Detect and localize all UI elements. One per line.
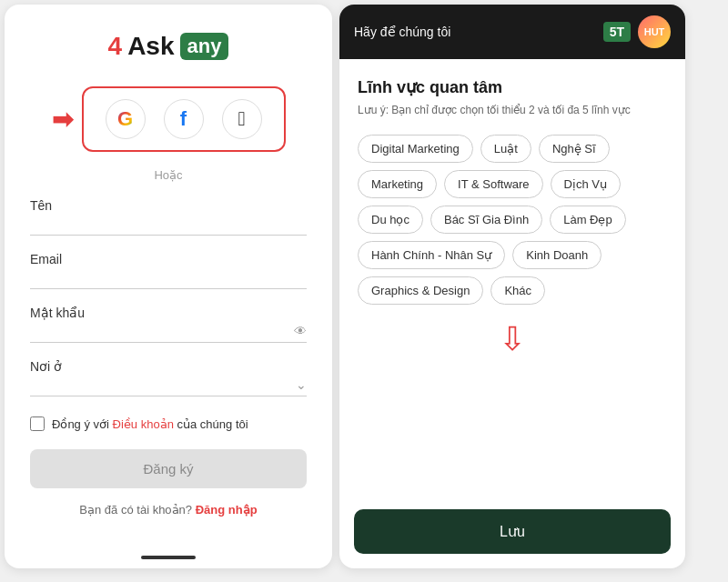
tag-item[interactable]: Marketing [358, 170, 437, 198]
arrow-down-icon: ⇩ [499, 323, 526, 356]
password-label: Mật khẩu [30, 306, 307, 320]
right-content: Lĩnh vực quan tâm Lưu ý: Bạn chỉ được ch… [339, 59, 685, 509]
tag-item[interactable]: IT & Software [444, 170, 543, 198]
terms-link[interactable]: Điều khoản [113, 417, 174, 431]
location-label: Nơi ở [30, 359, 307, 374]
social-container: ➡ G f  [30, 86, 307, 152]
tag-item[interactable]: Bác Sĩ Gia Đình [430, 206, 542, 234]
email-input[interactable] [30, 270, 307, 285]
right-header: Hãy để chúng tôi 5T HUT [339, 5, 685, 59]
google-login-button[interactable]: G [106, 99, 146, 139]
header-logo: 5T [603, 22, 631, 42]
logo-any: any [180, 33, 229, 60]
facebook-login-button[interactable]: f [164, 99, 204, 139]
bottom-bar [141, 556, 196, 559]
apple-icon:  [238, 107, 245, 131]
facebook-icon: f [180, 107, 187, 131]
signin-row: Bạn đã có tài khoản? Đăng nhập [79, 503, 257, 517]
tag-item[interactable]: Du học [358, 206, 423, 234]
location-field: Nơi ở ⌄ [30, 359, 307, 396]
tags-grid: Digital MarketingLuậtNghệ SĩMarketingIT … [358, 135, 667, 305]
tag-item[interactable]: Digital Marketing [358, 135, 473, 163]
tag-item[interactable]: Luật [480, 135, 531, 163]
logo-ask: Ask [127, 32, 174, 61]
tag-item[interactable]: Nghệ Sĩ [539, 135, 610, 163]
logo-number: 4 [108, 32, 123, 61]
social-buttons-box: G f  [82, 86, 286, 152]
tag-item[interactable]: Kinh Doanh [512, 241, 602, 269]
save-button[interactable]: Lưu [354, 509, 671, 554]
tag-item[interactable]: Khác [490, 276, 545, 305]
ten-label: Tên [30, 198, 307, 213]
tag-item[interactable]: Dịch Vụ [551, 170, 621, 198]
right-panel: Hãy để chúng tôi 5T HUT Lĩnh vực quan tâ… [339, 5, 685, 568]
password-field: Mật khẩu 👁 [30, 306, 307, 343]
signup-button[interactable]: Đăng ký [30, 449, 307, 488]
avatar: HUT [638, 15, 671, 48]
section-title: Lĩnh vực quan tâm [358, 77, 667, 97]
apple-login-button[interactable]:  [222, 99, 262, 139]
hoac-label: Hoặc [154, 168, 182, 182]
chevron-down-icon[interactable]: ⌄ [296, 377, 307, 392]
right-arrow-icon: ➡ [52, 105, 73, 135]
tag-item[interactable]: Làm Đẹp [550, 206, 626, 234]
google-icon: G [117, 107, 133, 131]
signin-link[interactable]: Đăng nhập [196, 503, 258, 517]
left-panel: 4 Ask any ➡ G f  Hoặc Tên [5, 5, 332, 568]
screen-wrapper: 4 Ask any ➡ G f  Hoặc Tên [5, 5, 723, 577]
tag-item[interactable]: Hành Chính - Nhân Sự [358, 241, 505, 269]
terms-checkbox-row: Đồng ý với Điều khoản của chúng tôi [30, 416, 307, 431]
email-label: Email [30, 252, 307, 266]
section-note: Lưu ý: Bạn chỉ được chọn tối thiểu 2 và … [358, 103, 667, 118]
ten-input[interactable] [30, 216, 307, 231]
location-input[interactable] [30, 377, 296, 392]
password-input[interactable] [30, 324, 294, 338]
email-field: Email [30, 252, 307, 289]
terms-label: Đồng ý với Điều khoản của chúng tôi [52, 417, 248, 431]
tag-item[interactable]: Graphics & Design [358, 276, 483, 305]
logo-area: 4 Ask any [108, 32, 229, 61]
ten-field: Tên [30, 198, 307, 236]
header-text: Hãy để chúng tôi [354, 25, 596, 39]
arrow-down-container: ⇩ [358, 323, 667, 356]
terms-checkbox[interactable] [30, 416, 45, 431]
eye-icon[interactable]: 👁 [294, 324, 307, 338]
